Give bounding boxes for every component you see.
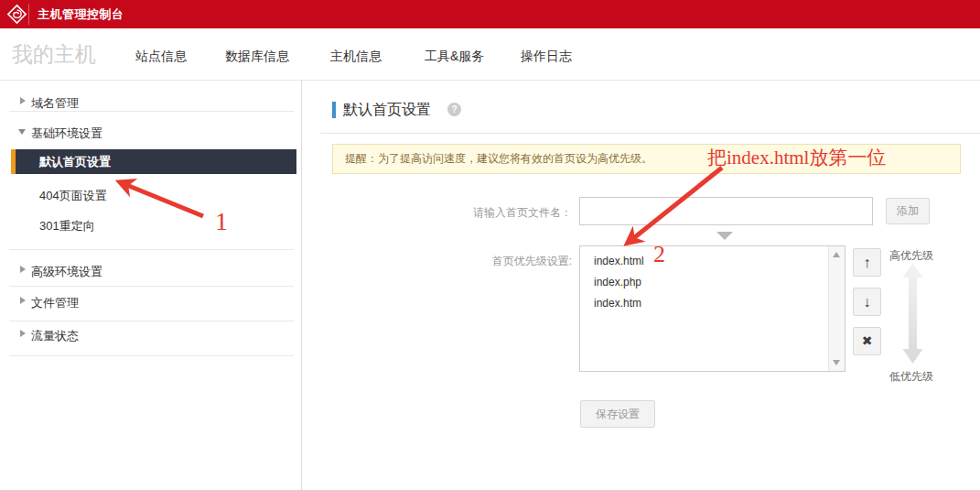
page-title-accent [332, 102, 336, 118]
sidebar-divider [9, 249, 294, 250]
selected-accent-bar [11, 149, 16, 174]
listbox-scrollbar[interactable] [828, 246, 845, 371]
tab-site-info[interactable]: 站点信息 [135, 49, 187, 65]
tab-tools-services[interactable]: 工具&服务 [425, 49, 484, 65]
tab-database-info[interactable]: 数据库信息 [225, 49, 289, 65]
priority-label: 首页优先级设置: [389, 254, 572, 269]
save-settings-button[interactable]: 保存设置 [580, 400, 655, 428]
add-button[interactable]: 添加 [886, 198, 930, 224]
sidebar: 域名管理 基础环境设置 默认首页设置 404页面设置 301重定向 高级环境设置… [0, 81, 302, 490]
move-down-button[interactable]: ↓ [853, 288, 881, 316]
high-priority-label: 高优先级 [889, 248, 933, 264]
app-logo-icon [6, 4, 27, 25]
chevron-right-icon [20, 297, 26, 304]
notice-bar: 提醒：为了提高访问速度，建议您将有效的首页设为高优先级。 [332, 144, 961, 174]
list-item[interactable]: index.php [594, 272, 813, 293]
delete-item-button[interactable]: ✖ [853, 327, 881, 355]
sidebar-item-301-redirect[interactable]: 301重定向 [0, 216, 302, 234]
topbar-divider [28, 4, 29, 25]
chevron-right-icon [20, 330, 26, 337]
priority-listbox[interactable]: index.html index.php index.htm [579, 245, 845, 372]
content-divider [320, 133, 980, 134]
tab-operation-log[interactable]: 操作日志 [521, 49, 572, 65]
help-icon[interactable]: ? [447, 103, 461, 116]
sidebar-item-404-page[interactable]: 404页面设置 [0, 186, 302, 204]
sidebar-item-basic-env[interactable]: 基础环境设置 [0, 124, 302, 142]
chevron-right-icon [20, 266, 26, 273]
app-title: 主机管理控制台 [38, 0, 124, 28]
chevron-down-icon [18, 129, 26, 135]
chevron-right-icon [20, 97, 26, 104]
sidebar-divider [9, 111, 294, 112]
page-title: 默认首页设置 [343, 101, 431, 120]
nav-my-host[interactable]: 我的主机 [12, 40, 96, 69]
list-item[interactable]: index.html [594, 251, 813, 272]
low-priority-label: 低优先级 [889, 369, 933, 385]
scroll-up-icon[interactable] [833, 252, 840, 257]
sidebar-item-file-management[interactable]: 文件管理 [0, 293, 302, 311]
tab-host-info[interactable]: 主机信息 [330, 49, 382, 65]
collapse-caret-icon[interactable] [716, 232, 733, 240]
filename-label: 请输入首页文件名： [389, 205, 572, 221]
sidebar-divider [9, 321, 294, 321]
scroll-down-icon[interactable] [833, 360, 840, 365]
topbar: 主机管理控制台 [0, 0, 980, 28]
sidebar-divider [9, 355, 294, 356]
list-item[interactable]: index.htm [594, 293, 813, 314]
priority-direction-arrow [901, 263, 924, 364]
sidebar-item-advanced-env[interactable]: 高级环境设置 [0, 262, 302, 280]
sidebar-divider [9, 286, 294, 287]
sidebar-item-traffic-status[interactable]: 流量状态 [0, 326, 302, 344]
main-nav: 我的主机 站点信息 数据库信息 主机信息 工具&服务 操作日志 [0, 28, 980, 81]
move-up-button[interactable]: ↑ [853, 248, 881, 277]
sidebar-item-domain-management[interactable]: 域名管理 [0, 93, 302, 112]
filename-input[interactable] [579, 197, 873, 225]
sidebar-item-default-homepage[interactable]: 默认首页设置 [11, 149, 296, 174]
